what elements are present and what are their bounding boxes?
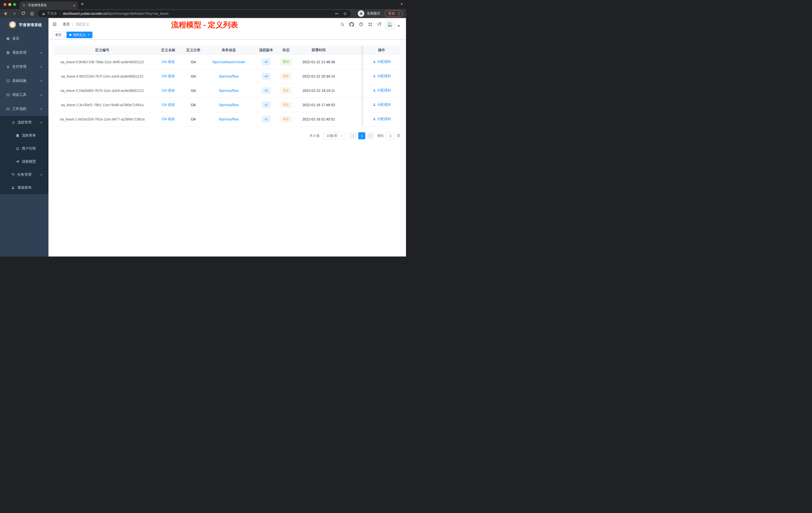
assign-rule-link[interactable]: 分配规则	[373, 74, 391, 78]
definition-category: OA	[191, 103, 196, 107]
search-icon[interactable]	[340, 22, 345, 27]
next-page-button[interactable]	[367, 132, 374, 139]
sidebar-item-label: 基础设施	[12, 79, 26, 83]
definition-name-link[interactable]: OA 请假	[162, 60, 174, 64]
filler-cell	[341, 112, 363, 126]
deploy-time: 2022-01-16 01:40:51	[302, 117, 335, 121]
chevron-left-icon	[352, 134, 354, 138]
definition-name-link[interactable]: OA 请假	[162, 74, 174, 78]
sidebar-item-label: 工作流程	[12, 107, 26, 111]
chevron-down-icon	[40, 52, 42, 54]
page-jumper-input[interactable]: 1	[386, 132, 395, 139]
sidebar-item-leave-query[interactable]: 请假查询	[0, 181, 49, 194]
assign-rule-link[interactable]: 分配规则	[373, 117, 391, 121]
sidebar-item-workflow[interactable]: 工作流程	[0, 102, 49, 116]
tag-process-definition[interactable]: 流程定义×	[66, 32, 92, 38]
form-link[interactable]: /bpm/oa/leave/create	[212, 60, 245, 64]
maximize-window-button[interactable]	[13, 3, 16, 6]
form-link[interactable]: /bpm/oa/flow	[219, 117, 238, 121]
sidebar-item-user-group[interactable]: 用户分组	[0, 142, 49, 155]
minimize-window-button[interactable]	[8, 3, 11, 6]
status-badge: 挂起	[281, 102, 292, 108]
deploy-time: 2022-01-16 17:46:53	[302, 103, 335, 107]
reload-icon[interactable]	[21, 11, 26, 16]
sidebar-item-system[interactable]: 系统管理	[0, 46, 49, 60]
sidebar-item-label: 研发工具	[12, 93, 26, 97]
assign-rule-link[interactable]: 分配规则	[373, 102, 391, 107]
page-number-button[interactable]: 1	[358, 132, 365, 139]
chevron-down-icon	[40, 94, 42, 96]
browser-tab[interactable]: 芋道管理系统 ×	[20, 1, 78, 9]
bookmark-star-icon[interactable]	[343, 11, 347, 16]
sidebar-item-label: 任务管理	[17, 173, 31, 177]
update-menu-button[interactable]: 更新	[385, 10, 403, 17]
filler-header	[341, 46, 363, 55]
breadcrumb-home[interactable]: 首页	[63, 22, 70, 27]
chevron-up-icon	[40, 108, 42, 110]
security-label[interactable]: 不安全	[47, 11, 57, 16]
form-link[interactable]: /bpm/oa/flow	[219, 89, 238, 93]
security-warning-icon[interactable]	[42, 12, 46, 16]
version-tag: v2	[262, 102, 270, 108]
incognito-label: 无痕模式	[367, 11, 380, 16]
github-icon[interactable]	[349, 22, 354, 27]
kebab-menu-icon[interactable]	[397, 11, 401, 16]
version-tag: v5	[262, 59, 270, 65]
sidebar-item-infrastructure[interactable]: 基础设施	[0, 74, 49, 88]
tag-close-icon[interactable]: ×	[88, 33, 90, 36]
pagination: 共 5 条 10条/页 1 前往 1 页	[310, 132, 400, 139]
home-icon[interactable]	[30, 11, 35, 16]
breadcrumb: 首页 / 流程定义	[63, 18, 89, 31]
column-header: 定义名称	[151, 46, 186, 55]
version-tag: v3	[262, 87, 270, 94]
url-host[interactable]: dashboard.yudao.iocoder.cn	[63, 11, 107, 16]
pagination-total: 共 5 条	[310, 133, 320, 138]
logo-row[interactable]: 芋道管理系统	[0, 18, 49, 32]
user-avatar[interactable]	[385, 20, 395, 29]
back-icon[interactable]	[3, 11, 8, 16]
sidebar-item-task-manage[interactable]: 任务管理	[0, 168, 49, 181]
definition-name-link[interactable]: OA 请假	[162, 117, 174, 121]
window-controls[interactable]	[3, 3, 16, 6]
url-bar[interactable]: 不安全 dashboard.yudao.iocoder.cn/bpm/manag…	[38, 10, 351, 17]
sidebar-item-dev-tools[interactable]: 研发工具	[0, 88, 49, 102]
new-tab-button[interactable]: +	[81, 1, 84, 7]
url-path[interactable]: /bpm/manager/definition?key=oa_leave	[107, 11, 331, 16]
prev-page-button[interactable]	[350, 132, 357, 139]
breadcrumb-current: 流程定义	[75, 22, 89, 27]
assign-rule-link[interactable]: 分配规则	[373, 59, 391, 64]
table-row: oa_leave:4:991f2193-7b7f-11ec-a3c8-acde4…	[54, 69, 400, 83]
sidebar-item-home[interactable]: 首页	[0, 32, 49, 46]
definition-name-link[interactable]: OA 请假	[162, 88, 174, 92]
form-link[interactable]: /bpm/oa/flow	[219, 103, 238, 107]
form-edit-icon	[16, 133, 20, 138]
browser-toolbar: 不安全 dashboard.yudao.iocoder.cn/bpm/manag…	[0, 9, 406, 18]
close-window-button[interactable]	[3, 3, 6, 6]
assign-rule-link[interactable]: 分配规则	[373, 88, 391, 93]
page-size-value: 10条/页	[326, 133, 338, 138]
top-navbar: 首页 / 流程定义 流程模型 - 定义列表 TT	[49, 18, 406, 31]
form-link[interactable]: /bpm/oa/flow	[219, 74, 238, 78]
tab-search-caret-icon[interactable]	[401, 3, 403, 5]
update-label[interactable]: 更新	[388, 11, 395, 16]
definition-table: 定义编号定义名称定义分类表单信息流程版本状态部署时间操作oa_leave:5:0…	[54, 46, 400, 126]
tag-home[interactable]: 首页	[53, 32, 64, 38]
avatar-caret-down-icon[interactable]	[398, 25, 400, 27]
sidebar-item-process-manage[interactable]: 流程管理	[0, 116, 49, 129]
chevron-down-icon	[40, 174, 42, 176]
url-divider	[60, 11, 60, 16]
question-icon[interactable]	[359, 22, 363, 27]
fontsize-icon[interactable]: TT	[377, 22, 381, 26]
page-size-select[interactable]: 10条/页	[323, 132, 346, 139]
version-tag: v1	[262, 116, 270, 122]
fullscreen-icon[interactable]	[368, 22, 372, 27]
passwords-key-icon[interactable]	[335, 11, 339, 16]
sidebar-item-process-form[interactable]: 流程表单	[0, 129, 49, 142]
sidebar-item-process-model[interactable]: 流程模型	[0, 155, 49, 168]
sidebar-item-payment[interactable]: ¥支付管理	[0, 60, 49, 74]
definition-name-link[interactable]: OA 请假	[162, 103, 174, 107]
hamburger-icon[interactable]	[52, 22, 57, 28]
tab-close-icon[interactable]: ×	[73, 3, 75, 7]
chevron-up-icon	[40, 122, 42, 123]
forward-icon[interactable]	[12, 11, 17, 16]
